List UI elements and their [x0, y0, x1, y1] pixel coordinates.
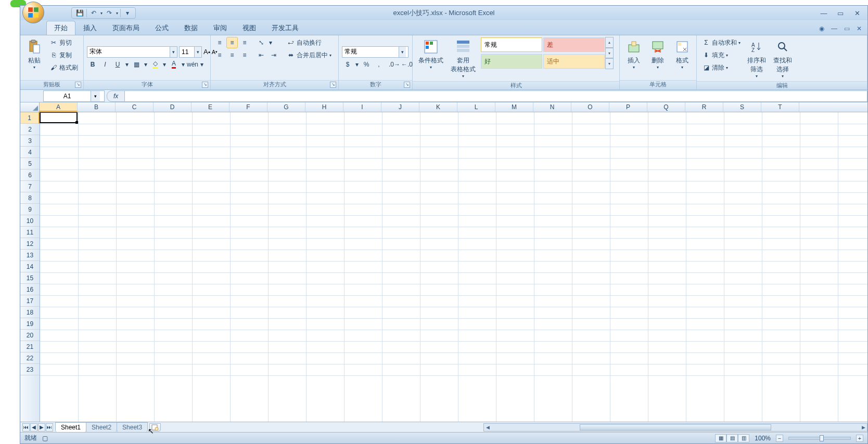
- col-header-D[interactable]: D: [154, 102, 192, 112]
- row-header-20[interactable]: 20: [20, 330, 40, 341]
- col-header-M[interactable]: M: [495, 102, 533, 112]
- first-sheet-button[interactable]: ⏮: [22, 423, 30, 432]
- wrap-text-button[interactable]: ⮐自动换行: [285, 37, 334, 48]
- cut-button[interactable]: ✂剪切: [47, 37, 80, 48]
- col-header-I[interactable]: I: [343, 102, 381, 112]
- redo-button[interactable]: ↷: [105, 8, 114, 18]
- normal-view-button[interactable]: ▦: [715, 434, 726, 442]
- gallery-more[interactable]: ▾: [605, 58, 614, 69]
- bold-button[interactable]: B: [87, 59, 98, 70]
- maximize-button[interactable]: ▭: [835, 9, 846, 17]
- tab-review[interactable]: 审阅: [206, 21, 235, 35]
- col-header-H[interactable]: H: [305, 102, 343, 112]
- dialog-launcher[interactable]: ↘: [75, 82, 81, 88]
- italic-button[interactable]: I: [99, 59, 111, 70]
- percent-button[interactable]: %: [361, 59, 372, 70]
- macro-record-icon[interactable]: ▢: [42, 435, 48, 442]
- col-header-L[interactable]: L: [457, 102, 495, 112]
- page-layout-view-button[interactable]: ▤: [726, 434, 738, 442]
- name-box-input[interactable]: [44, 93, 91, 100]
- row-header-9[interactable]: 9: [20, 204, 40, 215]
- dropdown-icon[interactable]: ▾: [194, 47, 201, 57]
- row-header-3[interactable]: 3: [20, 135, 40, 147]
- scrollbar-thumb[interactable]: [580, 424, 771, 430]
- scroll-right-icon[interactable]: ▶: [860, 425, 867, 430]
- col-header-C[interactable]: C: [116, 102, 154, 112]
- paste-button[interactable]: 粘贴 ▾: [23, 37, 45, 71]
- minimize-button[interactable]: —: [819, 9, 829, 17]
- format-table-button[interactable]: 套用 表格格式▾: [448, 37, 478, 80]
- row-header-23[interactable]: 23: [20, 364, 40, 375]
- decrease-decimal-button[interactable]: ←.0: [401, 59, 413, 70]
- col-header-P[interactable]: P: [609, 102, 647, 112]
- row-header-16[interactable]: 16: [20, 284, 40, 295]
- autosum-button[interactable]: Σ自动求和▾: [700, 37, 743, 48]
- row-header-5[interactable]: 5: [20, 158, 40, 169]
- style-bad[interactable]: 差: [543, 37, 605, 52]
- formula-input[interactable]: [125, 90, 867, 102]
- fill-button[interactable]: ⬇填充▾: [700, 49, 743, 61]
- number-format-input[interactable]: [342, 47, 399, 57]
- underline-button[interactable]: U: [112, 59, 123, 70]
- align-middle-button[interactable]: ≡: [226, 37, 238, 48]
- prev-sheet-button[interactable]: ◀: [30, 423, 37, 432]
- row-header-15[interactable]: 15: [20, 272, 40, 284]
- grow-font-button[interactable]: A▴: [203, 46, 210, 58]
- row-header-2[interactable]: 2: [20, 124, 40, 135]
- underline-dropdown[interactable]: ▾: [124, 59, 130, 70]
- font-name-input[interactable]: [87, 47, 170, 57]
- style-neutral[interactable]: 适中: [543, 54, 605, 69]
- row-header-4[interactable]: 4: [20, 147, 40, 158]
- row-header-21[interactable]: 21: [20, 341, 40, 352]
- font-color-dropdown[interactable]: ▾: [181, 59, 186, 70]
- delete-cells-button[interactable]: 删除▾: [647, 37, 669, 71]
- col-header-A[interactable]: A: [40, 102, 78, 112]
- zoom-slider[interactable]: [788, 437, 851, 440]
- row-header-8[interactable]: 8: [20, 192, 40, 204]
- row-header-6[interactable]: 6: [20, 169, 40, 181]
- page-break-view-button[interactable]: ▥: [738, 434, 749, 442]
- accounting-dropdown[interactable]: ▾: [354, 59, 360, 70]
- cell-canvas[interactable]: [40, 112, 867, 422]
- accounting-format-button[interactable]: $: [342, 59, 353, 70]
- horizontal-scrollbar[interactable]: ◀ ▶: [483, 423, 867, 432]
- sheet-tab-sheet2[interactable]: Sheet2: [86, 422, 117, 432]
- conditional-format-button[interactable]: 条件格式▾: [416, 37, 446, 71]
- clear-button[interactable]: ◪清除▾: [700, 62, 743, 73]
- minimize-ribbon-icon[interactable]: —: [830, 24, 838, 33]
- merge-center-button[interactable]: ⬌合并后居中▾: [285, 49, 334, 61]
- scroll-left-icon[interactable]: ◀: [484, 425, 491, 430]
- tab-page-layout[interactable]: 页面布局: [105, 21, 147, 35]
- col-header-Q[interactable]: Q: [647, 102, 685, 112]
- col-header-R[interactable]: R: [685, 102, 723, 112]
- new-sheet-button[interactable]: [149, 423, 161, 432]
- sheet-tab-sheet1[interactable]: Sheet1: [55, 422, 86, 432]
- font-size-input[interactable]: [180, 47, 194, 57]
- dropdown-icon[interactable]: ▾: [399, 47, 406, 57]
- select-all-corner[interactable]: [20, 102, 40, 112]
- last-sheet-button[interactable]: ⏭: [46, 423, 53, 432]
- col-header-T[interactable]: T: [761, 102, 799, 112]
- next-sheet-button[interactable]: ▶: [38, 423, 45, 432]
- tab-insert[interactable]: 插入: [75, 21, 105, 35]
- zoom-in-button[interactable]: +: [856, 435, 863, 442]
- format-painter-button[interactable]: 🖌格式刷: [47, 62, 80, 73]
- dialog-launcher[interactable]: ↘: [330, 82, 336, 88]
- fx-icon[interactable]: fx: [110, 93, 121, 100]
- align-right-button[interactable]: ≡: [239, 49, 250, 61]
- col-header-B[interactable]: B: [78, 102, 116, 112]
- row-header-22[interactable]: 22: [20, 352, 40, 364]
- format-cells-button[interactable]: 格式▾: [671, 37, 693, 71]
- font-size-combo[interactable]: ▾: [179, 46, 202, 58]
- fill-color-button[interactable]: ◇: [149, 59, 161, 70]
- col-header-S[interactable]: S: [723, 102, 761, 112]
- row-header-7[interactable]: 7: [20, 181, 40, 192]
- zoom-thumb[interactable]: [820, 435, 824, 441]
- insert-cells-button[interactable]: 插入▾: [623, 37, 645, 71]
- row-header-11[interactable]: 11: [20, 227, 40, 238]
- row-header-18[interactable]: 18: [20, 307, 40, 318]
- row-header-17[interactable]: 17: [20, 295, 40, 307]
- col-header-N[interactable]: N: [533, 102, 571, 112]
- orientation-button[interactable]: ⤡: [256, 37, 267, 48]
- font-name-combo[interactable]: ▾: [87, 46, 177, 58]
